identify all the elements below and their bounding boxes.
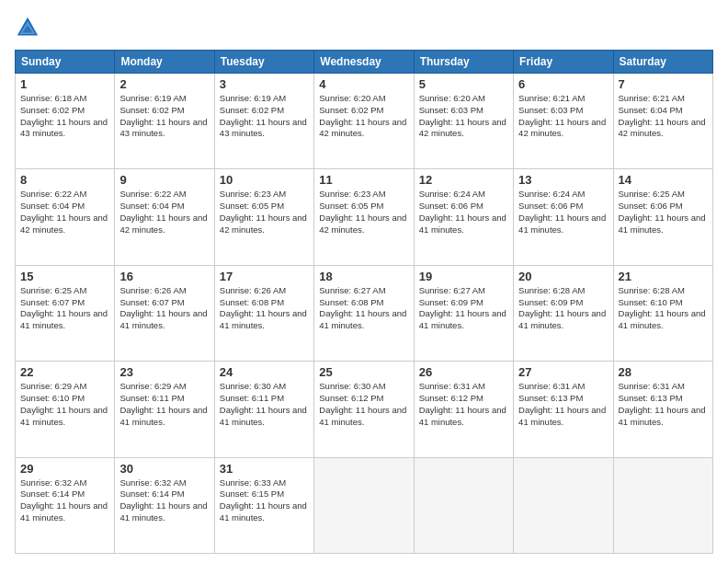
calendar-day-cell xyxy=(613,457,712,553)
weekday-header: Saturday xyxy=(613,51,712,74)
weekday-header: Tuesday xyxy=(214,51,313,74)
calendar-day-cell: 10 Sunrise: 6:23 AM Sunset: 6:05 PM Dayl… xyxy=(214,169,313,265)
day-info: Sunrise: 6:31 AM Sunset: 6:13 PM Dayligh… xyxy=(619,381,708,428)
day-number: 31 xyxy=(220,462,309,476)
day-number: 27 xyxy=(518,365,608,379)
day-number: 10 xyxy=(220,173,309,187)
day-info: Sunrise: 6:23 AM Sunset: 6:05 PM Dayligh… xyxy=(319,189,408,236)
calendar-day-cell xyxy=(314,457,414,553)
calendar-week-row: 1 Sunrise: 6:18 AM Sunset: 6:02 PM Dayli… xyxy=(16,74,713,169)
calendar-day-cell: 15 Sunrise: 6:25 AM Sunset: 6:07 PM Dayl… xyxy=(16,265,115,361)
weekday-header: Friday xyxy=(514,51,613,74)
weekday-header: Thursday xyxy=(414,51,513,74)
weekday-header: Sunday xyxy=(16,51,115,74)
day-info: Sunrise: 6:30 AM Sunset: 6:12 PM Dayligh… xyxy=(319,381,408,428)
day-info: Sunrise: 6:19 AM Sunset: 6:02 PM Dayligh… xyxy=(220,93,309,140)
day-number: 23 xyxy=(119,365,209,379)
calendar-day-cell: 31 Sunrise: 6:33 AM Sunset: 6:15 PM Dayl… xyxy=(214,457,313,553)
day-number: 12 xyxy=(419,173,508,187)
day-number: 13 xyxy=(518,173,608,187)
calendar-day-cell: 11 Sunrise: 6:23 AM Sunset: 6:05 PM Dayl… xyxy=(314,169,414,265)
day-number: 29 xyxy=(20,462,109,476)
calendar-day-cell: 26 Sunrise: 6:31 AM Sunset: 6:12 PM Dayl… xyxy=(414,362,513,457)
day-info: Sunrise: 6:21 AM Sunset: 6:03 PM Dayligh… xyxy=(518,93,608,140)
day-info: Sunrise: 6:26 AM Sunset: 6:07 PM Dayligh… xyxy=(119,285,209,332)
calendar-day-cell: 19 Sunrise: 6:27 AM Sunset: 6:09 PM Dayl… xyxy=(414,265,513,361)
day-number: 8 xyxy=(20,173,109,187)
calendar-day-cell: 2 Sunrise: 6:19 AM Sunset: 6:02 PM Dayli… xyxy=(115,74,214,169)
day-info: Sunrise: 6:19 AM Sunset: 6:02 PM Dayligh… xyxy=(119,93,209,140)
day-number: 1 xyxy=(20,77,109,91)
calendar-day-cell: 24 Sunrise: 6:30 AM Sunset: 6:11 PM Dayl… xyxy=(214,362,313,457)
day-info: Sunrise: 6:24 AM Sunset: 6:06 PM Dayligh… xyxy=(518,189,608,236)
calendar-day-cell xyxy=(514,457,613,553)
calendar-day-cell: 21 Sunrise: 6:28 AM Sunset: 6:10 PM Dayl… xyxy=(613,265,712,361)
weekday-header: Monday xyxy=(115,51,214,74)
day-info: Sunrise: 6:25 AM Sunset: 6:06 PM Dayligh… xyxy=(619,189,708,236)
calendar-day-cell: 6 Sunrise: 6:21 AM Sunset: 6:03 PM Dayli… xyxy=(514,74,613,169)
day-info: Sunrise: 6:31 AM Sunset: 6:12 PM Dayligh… xyxy=(419,381,508,428)
calendar-day-cell: 30 Sunrise: 6:32 AM Sunset: 6:14 PM Dayl… xyxy=(115,457,214,553)
day-info: Sunrise: 6:33 AM Sunset: 6:15 PM Dayligh… xyxy=(220,477,309,524)
calendar-day-cell: 7 Sunrise: 6:21 AM Sunset: 6:04 PM Dayli… xyxy=(613,74,712,169)
logo xyxy=(15,15,44,40)
calendar-day-cell: 28 Sunrise: 6:31 AM Sunset: 6:13 PM Dayl… xyxy=(613,362,712,457)
day-info: Sunrise: 6:20 AM Sunset: 6:03 PM Dayligh… xyxy=(419,93,508,140)
day-info: Sunrise: 6:18 AM Sunset: 6:02 PM Dayligh… xyxy=(20,93,109,140)
calendar-day-cell: 4 Sunrise: 6:20 AM Sunset: 6:02 PM Dayli… xyxy=(314,74,414,169)
calendar-day-cell: 22 Sunrise: 6:29 AM Sunset: 6:10 PM Dayl… xyxy=(16,362,115,457)
day-info: Sunrise: 6:23 AM Sunset: 6:05 PM Dayligh… xyxy=(220,189,309,236)
day-number: 28 xyxy=(619,365,708,379)
day-info: Sunrise: 6:28 AM Sunset: 6:10 PM Dayligh… xyxy=(619,285,708,332)
day-number: 15 xyxy=(20,270,109,283)
calendar-day-cell: 8 Sunrise: 6:22 AM Sunset: 6:04 PM Dayli… xyxy=(16,169,115,265)
day-number: 25 xyxy=(319,365,408,379)
day-number: 11 xyxy=(319,173,408,187)
page: SundayMondayTuesdayWednesdayThursdayFrid… xyxy=(0,0,728,563)
day-number: 2 xyxy=(119,77,209,91)
day-number: 17 xyxy=(220,270,309,283)
calendar-table: SundayMondayTuesdayWednesdayThursdayFrid… xyxy=(15,50,713,554)
day-info: Sunrise: 6:25 AM Sunset: 6:07 PM Dayligh… xyxy=(20,285,109,332)
day-number: 7 xyxy=(619,77,708,91)
header xyxy=(15,15,713,40)
day-info: Sunrise: 6:26 AM Sunset: 6:08 PM Dayligh… xyxy=(220,285,309,332)
calendar-day-cell: 18 Sunrise: 6:27 AM Sunset: 6:08 PM Dayl… xyxy=(314,265,414,361)
day-info: Sunrise: 6:27 AM Sunset: 6:09 PM Dayligh… xyxy=(419,285,508,332)
calendar-day-cell: 13 Sunrise: 6:24 AM Sunset: 6:06 PM Dayl… xyxy=(514,169,613,265)
day-number: 21 xyxy=(619,270,708,283)
calendar-day-cell: 27 Sunrise: 6:31 AM Sunset: 6:13 PM Dayl… xyxy=(514,362,613,457)
calendar-day-cell: 5 Sunrise: 6:20 AM Sunset: 6:03 PM Dayli… xyxy=(414,74,513,169)
calendar-day-cell: 25 Sunrise: 6:30 AM Sunset: 6:12 PM Dayl… xyxy=(314,362,414,457)
day-info: Sunrise: 6:21 AM Sunset: 6:04 PM Dayligh… xyxy=(619,93,708,140)
calendar-day-cell: 9 Sunrise: 6:22 AM Sunset: 6:04 PM Dayli… xyxy=(115,169,214,265)
calendar-day-cell: 29 Sunrise: 6:32 AM Sunset: 6:14 PM Dayl… xyxy=(16,457,115,553)
calendar-day-cell: 17 Sunrise: 6:26 AM Sunset: 6:08 PM Dayl… xyxy=(214,265,313,361)
day-info: Sunrise: 6:22 AM Sunset: 6:04 PM Dayligh… xyxy=(119,189,209,236)
calendar-day-cell: 23 Sunrise: 6:29 AM Sunset: 6:11 PM Dayl… xyxy=(115,362,214,457)
day-info: Sunrise: 6:32 AM Sunset: 6:14 PM Dayligh… xyxy=(119,477,209,524)
calendar-week-row: 8 Sunrise: 6:22 AM Sunset: 6:04 PM Dayli… xyxy=(16,169,713,265)
calendar-day-cell: 14 Sunrise: 6:25 AM Sunset: 6:06 PM Dayl… xyxy=(613,169,712,265)
calendar-day-cell: 3 Sunrise: 6:19 AM Sunset: 6:02 PM Dayli… xyxy=(214,74,313,169)
logo-icon xyxy=(15,15,40,40)
day-number: 4 xyxy=(319,77,408,91)
day-number: 6 xyxy=(518,77,608,91)
day-info: Sunrise: 6:30 AM Sunset: 6:11 PM Dayligh… xyxy=(220,381,309,428)
day-number: 18 xyxy=(319,270,408,283)
day-info: Sunrise: 6:27 AM Sunset: 6:08 PM Dayligh… xyxy=(319,285,408,332)
day-info: Sunrise: 6:31 AM Sunset: 6:13 PM Dayligh… xyxy=(518,381,608,428)
day-info: Sunrise: 6:22 AM Sunset: 6:04 PM Dayligh… xyxy=(20,189,109,236)
day-info: Sunrise: 6:24 AM Sunset: 6:06 PM Dayligh… xyxy=(419,189,508,236)
day-number: 14 xyxy=(619,173,708,187)
day-number: 3 xyxy=(220,77,309,91)
calendar-week-row: 29 Sunrise: 6:32 AM Sunset: 6:14 PM Dayl… xyxy=(16,457,713,553)
day-info: Sunrise: 6:29 AM Sunset: 6:11 PM Dayligh… xyxy=(119,381,209,428)
day-number: 24 xyxy=(220,365,309,379)
day-number: 26 xyxy=(419,365,508,379)
day-info: Sunrise: 6:32 AM Sunset: 6:14 PM Dayligh… xyxy=(20,477,109,524)
day-number: 20 xyxy=(518,270,608,283)
day-number: 19 xyxy=(419,270,508,283)
calendar-week-row: 15 Sunrise: 6:25 AM Sunset: 6:07 PM Dayl… xyxy=(16,265,713,361)
calendar-day-cell: 16 Sunrise: 6:26 AM Sunset: 6:07 PM Dayl… xyxy=(115,265,214,361)
